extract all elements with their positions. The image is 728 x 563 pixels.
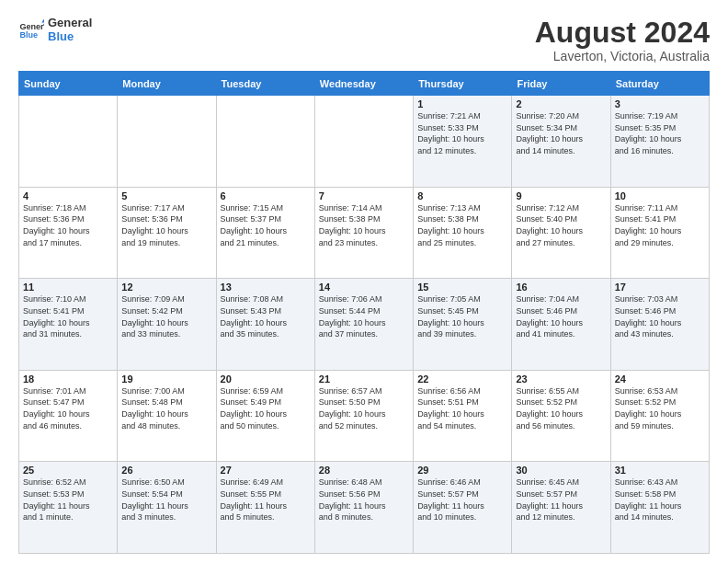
logo-blue: Blue <box>48 30 92 44</box>
day-number: 20 <box>221 373 311 385</box>
calendar-cell <box>216 96 314 188</box>
day-number: 28 <box>319 465 409 476</box>
day-info: Sunrise: 6:59 AMSunset: 5:49 PMDaylight:… <box>221 385 311 431</box>
calendar-cell: 7Sunrise: 7:14 AMSunset: 5:38 PMDaylight… <box>314 187 413 279</box>
calendar-cell: 21Sunrise: 6:57 AMSunset: 5:50 PMDayligh… <box>314 370 413 462</box>
calendar-cell: 23Sunrise: 6:55 AMSunset: 5:52 PMDayligh… <box>512 370 610 462</box>
calendar-cell: 27Sunrise: 6:49 AMSunset: 5:55 PMDayligh… <box>216 462 314 554</box>
day-number: 24 <box>615 373 705 385</box>
day-number: 5 <box>121 190 211 201</box>
day-number: 6 <box>221 190 311 201</box>
calendar-cell: 31Sunrise: 6:43 AMSunset: 5:58 PMDayligh… <box>610 462 709 554</box>
logo-icon: General Blue <box>18 17 44 43</box>
day-info: Sunrise: 7:09 AMSunset: 5:42 PMDaylight:… <box>121 293 211 339</box>
calendar-cell: 2Sunrise: 7:20 AMSunset: 5:34 PMDaylight… <box>512 96 610 188</box>
header: General Blue General Blue August 2024 La… <box>18 17 710 63</box>
day-number: 12 <box>121 282 211 293</box>
svg-text:General: General <box>19 22 44 31</box>
column-header-monday: Monday <box>118 72 216 96</box>
day-info: Sunrise: 7:10 AMSunset: 5:41 PMDaylight:… <box>23 293 113 339</box>
day-number: 30 <box>516 465 606 476</box>
logo: General Blue General Blue <box>18 17 92 44</box>
day-info: Sunrise: 6:48 AMSunset: 5:56 PMDaylight:… <box>319 477 409 523</box>
day-info: Sunrise: 7:17 AMSunset: 5:36 PMDaylight:… <box>121 202 211 248</box>
day-info: Sunrise: 6:50 AMSunset: 5:54 PMDaylight:… <box>121 477 211 523</box>
calendar-cell: 12Sunrise: 7:09 AMSunset: 5:42 PMDayligh… <box>118 279 216 371</box>
calendar-week-1: 1Sunrise: 7:21 AMSunset: 5:33 PMDaylight… <box>19 96 710 188</box>
day-info: Sunrise: 6:57 AMSunset: 5:50 PMDaylight:… <box>319 385 409 431</box>
calendar-cell: 26Sunrise: 6:50 AMSunset: 5:54 PMDayligh… <box>118 462 216 554</box>
day-info: Sunrise: 7:20 AMSunset: 5:34 PMDaylight:… <box>516 110 606 156</box>
calendar-cell: 17Sunrise: 7:03 AMSunset: 5:46 PMDayligh… <box>610 279 709 371</box>
calendar-cell: 15Sunrise: 7:05 AMSunset: 5:45 PMDayligh… <box>414 279 512 371</box>
day-number: 1 <box>417 98 507 109</box>
day-number: 22 <box>417 373 507 385</box>
calendar-cell: 24Sunrise: 6:53 AMSunset: 5:52 PMDayligh… <box>610 370 709 462</box>
day-number: 21 <box>319 373 409 385</box>
day-number: 3 <box>615 98 705 109</box>
day-number: 27 <box>221 465 311 476</box>
day-info: Sunrise: 7:15 AMSunset: 5:37 PMDaylight:… <box>221 202 311 248</box>
day-number: 18 <box>23 373 113 385</box>
page: General Blue General Blue August 2024 La… <box>0 0 728 563</box>
calendar: SundayMondayTuesdayWednesdayThursdayFrid… <box>18 71 710 554</box>
calendar-cell: 4Sunrise: 7:18 AMSunset: 5:36 PMDaylight… <box>19 187 118 279</box>
day-number: 19 <box>121 373 211 385</box>
calendar-cell: 28Sunrise: 6:48 AMSunset: 5:56 PMDayligh… <box>314 462 413 554</box>
logo-general: General <box>48 17 92 30</box>
column-header-wednesday: Wednesday <box>314 72 413 96</box>
day-info: Sunrise: 7:03 AMSunset: 5:46 PMDaylight:… <box>615 293 705 339</box>
day-number: 31 <box>615 465 705 476</box>
day-info: Sunrise: 6:53 AMSunset: 5:52 PMDaylight:… <box>615 385 705 431</box>
column-header-saturday: Saturday <box>610 72 709 96</box>
calendar-cell: 10Sunrise: 7:11 AMSunset: 5:41 PMDayligh… <box>610 187 709 279</box>
calendar-cell: 8Sunrise: 7:13 AMSunset: 5:38 PMDaylight… <box>414 187 512 279</box>
calendar-cell: 16Sunrise: 7:04 AMSunset: 5:46 PMDayligh… <box>512 279 610 371</box>
calendar-cell: 14Sunrise: 7:06 AMSunset: 5:44 PMDayligh… <box>314 279 413 371</box>
day-number: 8 <box>417 190 507 201</box>
day-info: Sunrise: 6:46 AMSunset: 5:57 PMDaylight:… <box>417 477 507 523</box>
column-header-tuesday: Tuesday <box>216 72 314 96</box>
day-number: 13 <box>221 282 311 293</box>
day-number: 23 <box>516 373 606 385</box>
day-info: Sunrise: 6:55 AMSunset: 5:52 PMDaylight:… <box>516 385 606 431</box>
day-number: 14 <box>319 282 409 293</box>
calendar-cell: 19Sunrise: 7:00 AMSunset: 5:48 PMDayligh… <box>118 370 216 462</box>
calendar-cell: 30Sunrise: 6:45 AMSunset: 5:57 PMDayligh… <box>512 462 610 554</box>
calendar-week-3: 11Sunrise: 7:10 AMSunset: 5:41 PMDayligh… <box>19 279 710 371</box>
day-number: 11 <box>23 282 113 293</box>
day-info: Sunrise: 7:14 AMSunset: 5:38 PMDaylight:… <box>319 202 409 248</box>
calendar-cell: 20Sunrise: 6:59 AMSunset: 5:49 PMDayligh… <box>216 370 314 462</box>
column-header-sunday: Sunday <box>19 72 118 96</box>
day-info: Sunrise: 7:19 AMSunset: 5:35 PMDaylight:… <box>615 110 705 156</box>
calendar-cell <box>118 96 216 188</box>
column-header-thursday: Thursday <box>414 72 512 96</box>
day-info: Sunrise: 7:00 AMSunset: 5:48 PMDaylight:… <box>121 385 211 431</box>
calendar-cell: 11Sunrise: 7:10 AMSunset: 5:41 PMDayligh… <box>19 279 118 371</box>
day-info: Sunrise: 7:05 AMSunset: 5:45 PMDaylight:… <box>417 293 507 339</box>
day-info: Sunrise: 6:49 AMSunset: 5:55 PMDaylight:… <box>221 477 311 523</box>
day-info: Sunrise: 6:56 AMSunset: 5:51 PMDaylight:… <box>417 385 507 431</box>
day-info: Sunrise: 7:18 AMSunset: 5:36 PMDaylight:… <box>23 202 113 248</box>
day-number: 10 <box>615 190 705 201</box>
day-number: 4 <box>23 190 113 201</box>
day-number: 2 <box>516 98 606 109</box>
day-info: Sunrise: 6:52 AMSunset: 5:53 PMDaylight:… <box>23 477 113 523</box>
calendar-cell: 5Sunrise: 7:17 AMSunset: 5:36 PMDaylight… <box>118 187 216 279</box>
day-number: 16 <box>516 282 606 293</box>
day-number: 17 <box>615 282 705 293</box>
calendar-cell: 22Sunrise: 6:56 AMSunset: 5:51 PMDayligh… <box>414 370 512 462</box>
day-info: Sunrise: 7:06 AMSunset: 5:44 PMDaylight:… <box>319 293 409 339</box>
calendar-cell <box>314 96 413 188</box>
day-info: Sunrise: 6:45 AMSunset: 5:57 PMDaylight:… <box>516 477 606 523</box>
calendar-cell: 9Sunrise: 7:12 AMSunset: 5:40 PMDaylight… <box>512 187 610 279</box>
calendar-cell: 13Sunrise: 7:08 AMSunset: 5:43 PMDayligh… <box>216 279 314 371</box>
calendar-cell: 25Sunrise: 6:52 AMSunset: 5:53 PMDayligh… <box>19 462 118 554</box>
calendar-header-row: SundayMondayTuesdayWednesdayThursdayFrid… <box>19 72 710 96</box>
day-info: Sunrise: 7:08 AMSunset: 5:43 PMDaylight:… <box>221 293 311 339</box>
day-info: Sunrise: 7:13 AMSunset: 5:38 PMDaylight:… <box>417 202 507 248</box>
day-number: 26 <box>121 465 211 476</box>
calendar-week-5: 25Sunrise: 6:52 AMSunset: 5:53 PMDayligh… <box>19 462 710 554</box>
main-title: August 2024 <box>535 17 710 49</box>
calendar-cell: 3Sunrise: 7:19 AMSunset: 5:35 PMDaylight… <box>610 96 709 188</box>
